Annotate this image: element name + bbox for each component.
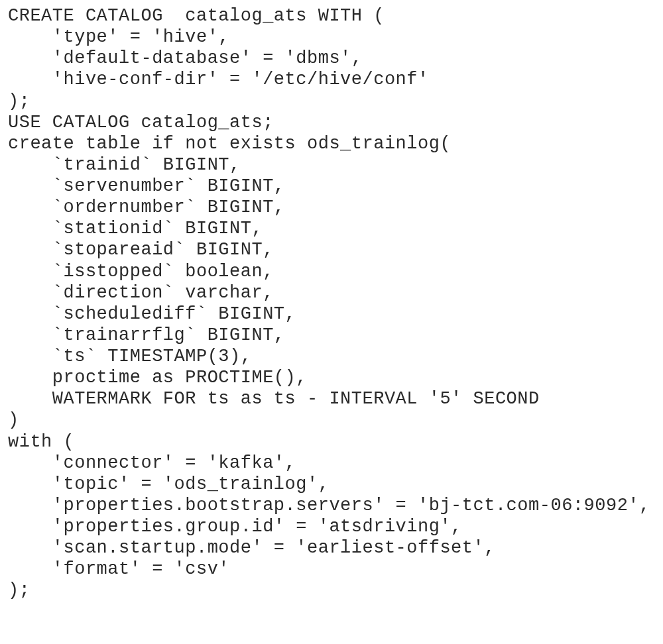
- sql-code-block: CREATE CATALOG catalog_ats WITH ( 'type'…: [0, 0, 663, 607]
